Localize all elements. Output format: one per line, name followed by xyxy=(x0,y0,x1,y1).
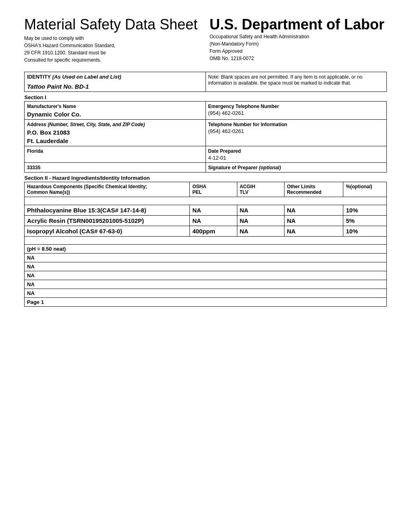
manufacturer-row: Manufacturer's Name Dynamic Color Co. Em… xyxy=(25,102,387,120)
address-row: Address (Number, Street, City, State, an… xyxy=(25,120,387,146)
state-date-row: Florida Date Prepared 4-12-01 xyxy=(25,146,387,163)
chem-pct: 10% xyxy=(343,226,387,237)
zip-label: 33335 xyxy=(27,165,40,170)
spacer-row-1 xyxy=(25,197,387,205)
address-line2: Ft. Lauderdale xyxy=(27,137,203,144)
col3-header: ACGIH TLV xyxy=(237,182,284,197)
subtitle-right-4: OMB No. 1218-0072 xyxy=(210,55,387,62)
col1-header: Hazardous Components (Specific Chemical … xyxy=(25,182,190,197)
col2-header: OSHA PEL xyxy=(190,182,237,197)
signature-cell: Signature of Preparer (optional) xyxy=(206,163,387,172)
identity-value: Tattoo Paint No. BD-1 xyxy=(27,83,203,90)
page-row: Page 1 xyxy=(25,298,387,307)
na-row: NA xyxy=(25,289,387,298)
section2-label-row: Section II - Hazard Ingredients/Identity… xyxy=(25,172,387,182)
manufacturer-label: Manufacturer's Name xyxy=(27,104,76,109)
subtitle-right-3: Form Approved xyxy=(210,48,387,55)
chem-acgih: NA xyxy=(237,205,284,216)
chemical-row: Isopropyl Alcohol (CAS# 67-63-0) 400ppm … xyxy=(25,226,387,237)
chem-name: Acrylic Resin (TSRN00195201005-5102P) xyxy=(25,216,190,226)
na-row: NA xyxy=(25,271,387,280)
identity-row: IDENTITY (As Used on Label and List) Tat… xyxy=(25,72,387,92)
page-header: Material Safety Data Sheet May be used t… xyxy=(24,16,387,64)
subtitle-right-1: Occupational Safety and Health Administr… xyxy=(210,33,387,40)
address-line1: P.O. Box 21083 xyxy=(27,129,203,136)
chem-acgih: NA xyxy=(237,226,284,237)
date-cell: Date Prepared 4-12-01 xyxy=(206,146,387,163)
na-row: NA xyxy=(25,280,387,289)
identity-label: IDENTITY (As Used on Label and List) xyxy=(27,74,121,80)
identity-cell: IDENTITY (As Used on Label and List) Tat… xyxy=(25,72,206,92)
date-label: Date Prepared xyxy=(208,148,241,154)
address-cell: Address (Number, Street, City, State, an… xyxy=(25,120,206,146)
section1-label-row: Section I xyxy=(25,92,387,102)
telephone-value: (954) 462-0261 xyxy=(208,128,384,134)
section1-label: Section I xyxy=(25,92,387,102)
na-row: NA xyxy=(25,254,387,262)
chem-osha: NA xyxy=(190,205,237,216)
na-row: (pH = 8.50 neat) xyxy=(25,245,387,254)
chem-osha: NA xyxy=(190,216,237,226)
chem-osha: 400ppm xyxy=(190,226,237,237)
manufacturer-value: Dynamic Color Co. xyxy=(27,111,203,118)
manufacturer-cell: Manufacturer's Name Dynamic Color Co. xyxy=(25,102,206,120)
chem-pct: 5% xyxy=(343,216,387,226)
chem-other: NA xyxy=(284,205,343,216)
identity-note: Note: Blank spaces are not permitted. If… xyxy=(206,72,387,92)
header-left: Material Safety Data Sheet May be used t… xyxy=(24,16,201,64)
emergency-label: Emergency Telephone Number xyxy=(208,104,279,109)
spacer-row-2 xyxy=(25,237,387,245)
na-row: NA xyxy=(25,262,387,271)
zip-cell: 33335 xyxy=(25,163,206,172)
emergency-cell: Emergency Telephone Number (954) 462-026… xyxy=(206,102,387,120)
subtitle-line2: OSHA's Hazard Communication Standard, xyxy=(24,42,201,49)
chemical-row: Acrylic Resin (TSRN00195201005-5102P) NA… xyxy=(25,216,387,226)
subtitle-right-2: (Non-Mandatory Form) xyxy=(210,40,387,48)
page-label: Page 1 xyxy=(25,298,387,307)
state-cell: Florida xyxy=(25,146,206,163)
state-label: Florida xyxy=(27,148,43,154)
chem-pct: 10% xyxy=(343,205,387,216)
col-header-row: Hazardous Components (Specific Chemical … xyxy=(25,182,387,197)
emergency-value: (954) 462-0261 xyxy=(208,110,384,116)
chem-other: NA xyxy=(284,226,343,237)
subtitle-line3: 29 CFR 1910.1200. Standard must be xyxy=(24,49,201,56)
section2-label: Section II - Hazard Ingredients/Identity… xyxy=(25,172,387,182)
date-value: 4-12-01 xyxy=(208,155,384,161)
section2-table: Hazardous Components (Specific Chemical … xyxy=(24,182,387,307)
chem-name: Phthalocyanine Blue 15:3(CAS# 147-14-8) xyxy=(25,205,190,216)
main-title: Material Safety Data Sheet xyxy=(24,16,201,33)
telephone-cell: Telephone Number for Information (954) 4… xyxy=(206,120,387,146)
zip-signature-row: 33335 Signature of Preparer (optional) xyxy=(25,163,387,172)
subtitle-line1: May be used to comply with xyxy=(24,35,201,42)
chem-name: Isopropyl Alcohol (CAS# 67-63-0) xyxy=(25,226,190,237)
telephone-label: Telephone Number for Information xyxy=(208,122,287,127)
header-right: U.S. Department of Labor Occupational Sa… xyxy=(201,16,387,64)
dept-title: U.S. Department of Labor xyxy=(210,16,387,33)
col5-header: %(optional) xyxy=(343,182,387,197)
address-label: Address (Number, Street, City, State, an… xyxy=(27,122,145,127)
col4-header: Other Limits Recommended xyxy=(284,182,343,197)
subtitle-line4: Consulted for specific requirements. xyxy=(24,56,201,64)
main-table: IDENTITY (As Used on Label and List) Tat… xyxy=(24,72,387,182)
chem-acgih: NA xyxy=(237,216,284,226)
page-container: Material Safety Data Sheet May be used t… xyxy=(24,16,387,307)
chem-other: NA xyxy=(284,216,343,226)
signature-label: Signature of Preparer (optional) xyxy=(208,165,281,170)
chemical-row: Phthalocyanine Blue 15:3(CAS# 147-14-8) … xyxy=(25,205,387,216)
